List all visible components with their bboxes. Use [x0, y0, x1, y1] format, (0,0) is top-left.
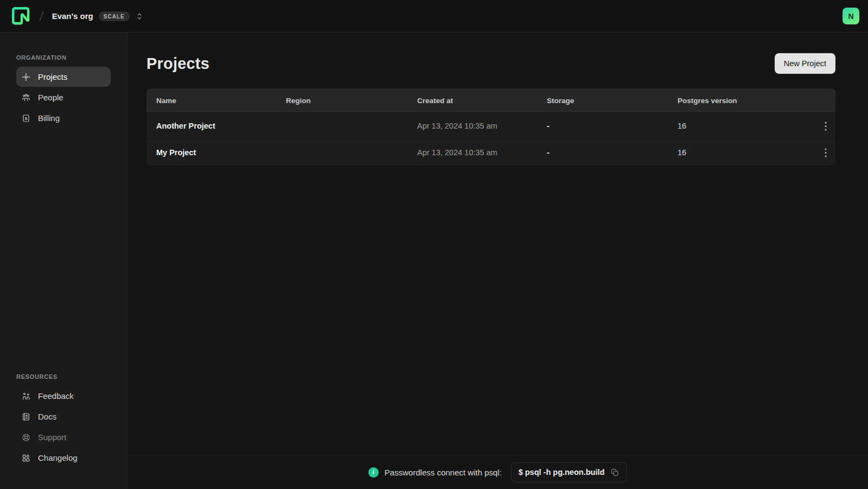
neon-logo[interactable]	[12, 7, 30, 25]
sidebar-item-support[interactable]: Support	[16, 427, 111, 447]
new-project-button[interactable]: New Project	[775, 53, 835, 74]
billing-icon: $	[21, 113, 31, 123]
column-header-postgres-version: Postgres version	[678, 97, 810, 105]
sidebar-section-organization: ORGANIZATION Projects	[0, 54, 127, 129]
sidebar-item-people[interactable]: People	[16, 87, 111, 107]
svg-text:$: $	[25, 116, 28, 120]
sidebar-item-label: Support	[38, 433, 67, 442]
sidebar-item-changelog[interactable]: Changelog	[16, 448, 111, 468]
org-name: Evan's org	[52, 11, 93, 21]
psql-hint-text: Passwordless connect with psql:	[385, 468, 502, 477]
people-icon	[21, 93, 31, 103]
cell-created-at: Apr 13, 2024 10:35 am	[417, 122, 547, 130]
main-content: Projects New Project Name Region Created…	[127, 33, 868, 455]
page-title: Projects	[146, 55, 209, 73]
info-icon-glyph: i	[373, 468, 374, 477]
column-header-created-at: Created at	[417, 97, 547, 105]
sidebar-item-label: Billing	[38, 113, 60, 123]
copy-icon[interactable]	[610, 468, 620, 477]
sidebar-item-docs[interactable]: Docs	[16, 407, 111, 427]
row-actions-button[interactable]	[810, 113, 835, 139]
sidebar-item-label: People	[38, 93, 63, 102]
psql-command: $ psql -h pg.neon.build	[519, 468, 605, 477]
sidebar: ORGANIZATION Projects	[0, 33, 127, 489]
sidebar-item-label: Projects	[38, 72, 67, 81]
table-header-row: Name Region Created at Storage Postgres …	[146, 88, 835, 112]
sidebar-item-label: Docs	[38, 412, 56, 421]
breadcrumb-separator: /	[39, 9, 44, 24]
docs-icon	[21, 412, 31, 422]
topbar: / Evan's org SCALE N	[0, 0, 868, 33]
table-row[interactable]: Another Project Apr 13, 2024 10:35 am - …	[146, 112, 835, 139]
section-title-organization: ORGANIZATION	[0, 54, 127, 67]
projects-icon	[21, 72, 31, 82]
sidebar-item-feedback[interactable]: Feedback	[16, 386, 111, 406]
chevron-up-down-icon	[136, 12, 143, 21]
sidebar-section-resources: RESOURCES Feedback	[0, 373, 127, 468]
psql-command-box[interactable]: $ psql -h pg.neon.build	[511, 462, 628, 482]
cell-postgres-version: 16	[678, 122, 810, 130]
kebab-menu-icon	[825, 148, 827, 157]
avatar-initial: N	[848, 12, 853, 21]
projects-table: Name Region Created at Storage Postgres …	[146, 88, 835, 166]
cell-name: My Project	[156, 148, 286, 157]
info-icon: i	[368, 467, 379, 478]
table-row[interactable]: My Project Apr 13, 2024 10:35 am - 16	[146, 139, 835, 166]
sidebar-item-label: Feedback	[38, 391, 74, 401]
sidebar-item-label: Changelog	[38, 453, 78, 462]
changelog-icon	[21, 453, 31, 463]
footer: i Passwordless connect with psql: $ psql…	[127, 455, 868, 489]
column-header-name: Name	[156, 97, 286, 105]
sidebar-item-projects[interactable]: Projects	[16, 67, 111, 87]
cell-name: Another Project	[156, 122, 286, 130]
column-header-region: Region	[286, 97, 417, 105]
user-avatar-button[interactable]: N	[843, 8, 859, 24]
org-switcher[interactable]: Evan's org SCALE	[52, 11, 143, 21]
cell-postgres-version: 16	[678, 148, 810, 157]
row-actions-button[interactable]	[810, 139, 835, 166]
cell-storage: -	[547, 122, 678, 130]
neon-logo-icon	[12, 7, 30, 25]
kebab-menu-icon	[825, 122, 827, 131]
feedback-icon	[21, 391, 31, 401]
section-title-resources: RESOURCES	[0, 373, 127, 386]
column-header-storage: Storage	[547, 97, 678, 105]
cell-created-at: Apr 13, 2024 10:35 am	[417, 148, 547, 157]
support-icon	[21, 433, 31, 442]
plan-badge: SCALE	[99, 11, 130, 21]
cell-storage: -	[547, 148, 678, 157]
sidebar-item-billing[interactable]: $ Billing	[16, 108, 111, 128]
